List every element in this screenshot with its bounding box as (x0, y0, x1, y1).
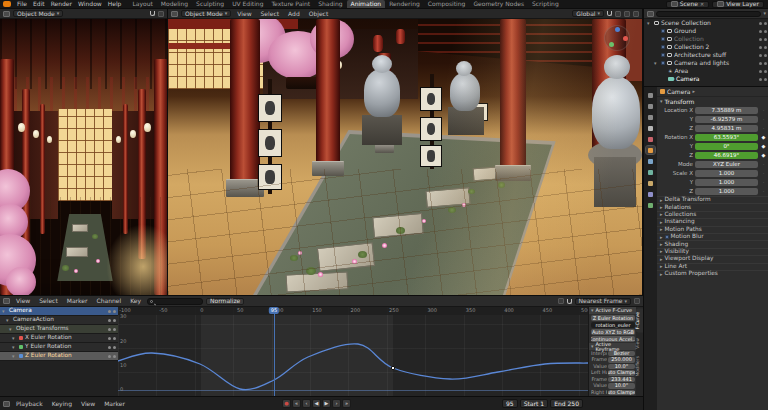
record-button[interactable]: ● (282, 399, 291, 408)
viewport-menu-object[interactable]: Object (306, 11, 332, 17)
sidebar-tab-view[interactable]: View (636, 335, 643, 352)
keyframe-toggle[interactable]: ◆ (760, 153, 767, 158)
channel-arrow-icon[interactable]: ▾ (12, 354, 17, 359)
keyframe-toggle[interactable]: ◆ (760, 135, 767, 140)
snap-magnet-icon[interactable] (150, 11, 155, 16)
jump-start-button[interactable]: « (292, 399, 301, 408)
scene-selector[interactable]: Scene✕ (666, 1, 710, 8)
workspace-tab-scripting[interactable]: Scripting (528, 0, 563, 8)
menu-file[interactable]: File (14, 1, 30, 7)
transform-field-z[interactable]: 46.6919° (695, 152, 758, 159)
channel-arrow-icon[interactable]: ▾ (6, 318, 11, 323)
disable-in-renders-icon[interactable] (764, 54, 767, 57)
section-delta-transform[interactable]: ▸Delta Transform (657, 196, 768, 203)
keyframe-toggle[interactable]: · (760, 117, 767, 122)
disable-in-renders-icon[interactable] (764, 46, 767, 49)
collection-checkbox[interactable] (661, 61, 665, 65)
section-relations[interactable]: ▸Relations (657, 203, 768, 210)
hide-in-viewport-icon[interactable] (759, 62, 762, 65)
menu-help[interactable]: Help (105, 1, 125, 7)
blender-logo-icon[interactable] (3, 1, 11, 7)
workspace-tab-animation[interactable]: Animation (347, 0, 386, 8)
hide-in-viewport-icon[interactable] (759, 54, 762, 57)
gizmos-toggle[interactable] (615, 11, 621, 17)
collection-checkbox[interactable] (661, 45, 665, 49)
channel-name-field[interactable]: Z Euler Rotation (591, 315, 635, 321)
sidebar-tab-modifiers[interactable]: Modifiers (636, 353, 643, 380)
transform-field-z[interactable]: 1.000 (695, 188, 758, 195)
graph-menu-view[interactable]: View (13, 298, 33, 304)
z-euler-rotation-curve[interactable] (118, 344, 588, 390)
gizmo-y-axis[interactable] (609, 42, 614, 47)
transform-field-rotation-x[interactable]: 63.5593° (695, 134, 758, 141)
section-checkbox[interactable] (665, 235, 669, 239)
keyframe-toggle[interactable]: ◆ (760, 144, 767, 149)
navigation-gizmo[interactable] (604, 25, 630, 51)
section-line-art[interactable]: ▸Line Art (657, 263, 768, 270)
channel-cameraaction[interactable]: ▾CameraAction (0, 316, 118, 325)
keyframe-toggle[interactable]: · (760, 126, 767, 131)
outliner-row-area[interactable]: ☀Area (644, 67, 768, 75)
section-viewport-display[interactable]: ▸Viewport Display (657, 255, 768, 262)
menu-edit[interactable]: Edit (30, 1, 48, 7)
hide-in-viewport-icon[interactable] (759, 22, 762, 25)
transform-field-mode[interactable]: XYZ Euler (695, 161, 758, 168)
outliner-row-scene-collection[interactable]: ▾Scene Collection (644, 19, 768, 27)
channel-arrow-icon[interactable]: ▾ (9, 327, 14, 332)
keyframe-toggle[interactable]: · (760, 171, 767, 176)
current-frame-badge[interactable]: 95 (269, 307, 279, 314)
mute-channel-icon[interactable] (108, 328, 111, 331)
lock-channel-icon[interactable] (113, 337, 116, 340)
channel-object-transforms[interactable]: ▾Object Transforms (0, 325, 118, 334)
channel-z-euler-rotation[interactable]: ▾Z Euler Rotation (0, 352, 118, 361)
viewport-menu-select[interactable]: Select (258, 11, 283, 17)
workspace-tab-modeling[interactable]: Modeling (157, 0, 192, 8)
graph-canvas[interactable] (118, 307, 588, 397)
channel-arrow-icon[interactable]: ▾ (12, 345, 17, 350)
properties-tab-object-data[interactable] (646, 201, 655, 209)
left-handle-frame-field[interactable]: 233.441 (608, 377, 635, 383)
right-handle-type-dropdown[interactable]: Auto Clamped (608, 390, 635, 396)
keyframe-toggle[interactable]: · (760, 108, 767, 113)
section-collections[interactable]: ▸Collections (657, 211, 768, 218)
next-keyframe-button[interactable]: › (332, 399, 341, 408)
key-value-field[interactable]: 10.0° (608, 364, 635, 370)
outliner-row-camera-and-lights[interactable]: ▾Camera and lights (644, 59, 768, 67)
rna-path-field[interactable]: rotation_euler (591, 322, 635, 328)
mute-channel-icon[interactable] (108, 355, 111, 358)
snap-magnet-icon[interactable] (567, 299, 572, 304)
timeline-menu-playback[interactable]: Playback (13, 401, 46, 407)
graph-menu-channel[interactable]: Channel (94, 298, 125, 304)
key-frame-field[interactable]: 250.000 (608, 357, 635, 363)
frame-ruler[interactable]: -100-50050100150200250300350400450500 (118, 307, 588, 315)
section-motion-paths[interactable]: ▸Motion Paths (657, 226, 768, 233)
workspace-tab-sculpting[interactable]: Sculpting (192, 0, 228, 8)
properties-tab-scene[interactable] (646, 124, 655, 132)
active-keyframe-panel-header[interactable]: ▾Active Keyframe (589, 343, 637, 350)
disable-in-renders-icon[interactable] (764, 62, 767, 65)
snap-mode-dropdown[interactable]: Nearest Frame▾ (575, 298, 631, 305)
properties-tab-view-layer[interactable] (646, 113, 655, 121)
left-handle-value-field[interactable]: 10.0° (608, 383, 635, 389)
transform-field-y[interactable]: 0° (695, 143, 758, 150)
mute-channel-icon[interactable] (108, 319, 111, 322)
collapse-arrow-icon[interactable]: ▾ (647, 21, 652, 26)
channel-x-euler-rotation[interactable]: ▾X Euler Rotation (0, 334, 118, 343)
timeline-menu-keying[interactable]: Keying (49, 401, 75, 407)
interpolation-dropdown[interactable]: Bezier (608, 351, 635, 357)
outliner-search-input[interactable] (656, 11, 761, 17)
editor-type-icon[interactable] (3, 298, 10, 304)
workspace-tab-texture-paint[interactable]: Texture Paint (267, 0, 314, 8)
keyframe-toggle[interactable]: · (760, 180, 767, 185)
color-mode-dropdown[interactable]: Auto XYZ to RGB (591, 329, 635, 335)
menu-window[interactable]: Window (75, 1, 105, 7)
properties-tab-modifiers[interactable] (646, 157, 655, 165)
start-frame-field[interactable]: Start1 (520, 399, 549, 408)
section-motion-blur[interactable]: ▸Motion Blur (657, 233, 768, 240)
orientation-dropdown[interactable]: Global▾ (572, 10, 604, 17)
properties-tab-physics[interactable] (646, 179, 655, 187)
mute-channel-icon[interactable] (108, 337, 111, 340)
disable-in-renders-icon[interactable] (764, 30, 767, 33)
channel-y-euler-rotation[interactable]: ▾Y Euler Rotation (0, 343, 118, 352)
properties-tab-output[interactable] (646, 102, 655, 110)
